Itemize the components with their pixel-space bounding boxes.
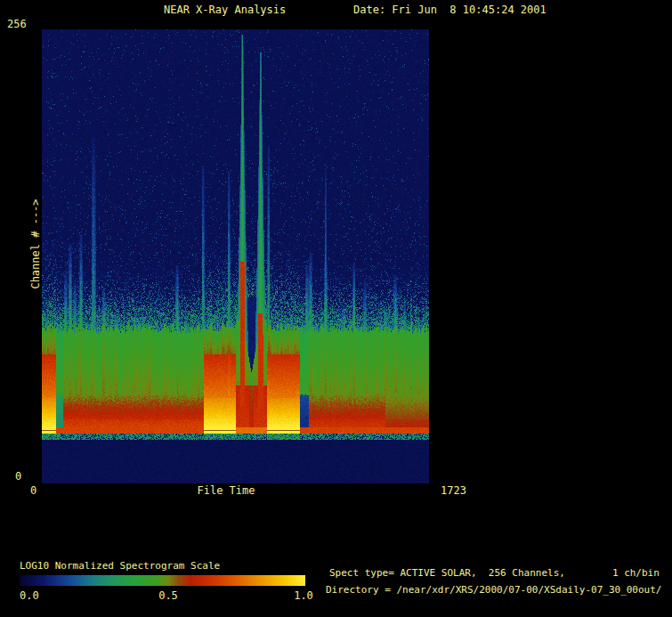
x-axis-label: File Time — [197, 485, 255, 497]
app-window: NEAR X-Ray Analysis Date: Fri Jun 8 10:4… — [0, 0, 672, 617]
y-axis-max-label: 256 — [7, 19, 27, 30]
x-axis-min-label: 0 — [30, 485, 36, 497]
spectrogram-canvas — [42, 29, 429, 483]
colorbar-title: LOG10 Normalized Spectrogram Scale — [20, 561, 220, 572]
spect-type-text: Spect type= ACTIVE SOLAR, 256 Channels, … — [329, 568, 660, 579]
colorbar-tick-min: 0.0 — [20, 590, 39, 602]
colorbar-tick-max: 1.0 — [294, 590, 313, 602]
directory-text: Directory = /near/xdr/XRS/2000/07-00/XSd… — [326, 585, 662, 596]
colorbar-tick-mid: 0.5 — [158, 590, 178, 602]
window-title: NEAR X-Ray Analysis — [164, 4, 286, 16]
y-axis-label: Channel # ---> — [29, 199, 42, 288]
colorbar-gradient — [20, 575, 305, 586]
header-date: Date: Fri Jun 8 10:45:24 2001 — [353, 4, 547, 16]
x-axis-max-label: 1723 — [441, 485, 466, 497]
y-axis-min-label: 0 — [15, 471, 21, 483]
